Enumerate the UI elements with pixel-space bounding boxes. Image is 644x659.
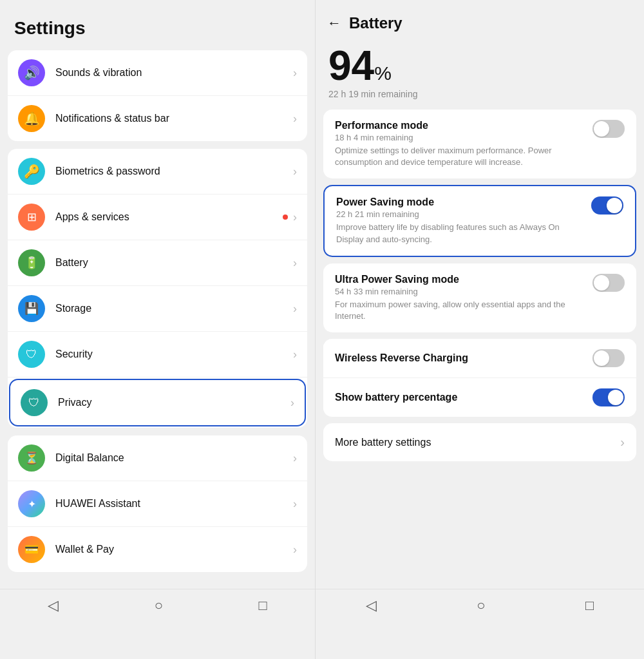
back-button[interactable]: ← bbox=[327, 15, 341, 32]
wireless-reverse-charging-toggle-thumb bbox=[594, 350, 609, 366]
sidebar-item-digital-balance[interactable]: ⏳ Digital Balance › bbox=[8, 435, 307, 481]
ultra-power-saving-row: Ultra Power Saving mode 54 h 33 min rema… bbox=[335, 274, 625, 322]
battery-header: ← Battery bbox=[316, 0, 644, 39]
sounds-icon: 🔊 bbox=[18, 59, 45, 86]
right-nav-back[interactable]: ◁ bbox=[366, 597, 377, 614]
battery-percentage: 94% bbox=[328, 45, 631, 86]
sidebar-item-wallet-pay[interactable]: 💳 Wallet & Pay › bbox=[8, 527, 307, 572]
apps-label: Apps & services bbox=[55, 211, 279, 223]
sidebar-item-privacy[interactable]: 🛡 Privacy › bbox=[9, 379, 306, 426]
chevron-icon: › bbox=[293, 452, 297, 465]
performance-mode-card[interactable]: Performance mode 18 h 4 min remaining Op… bbox=[323, 110, 636, 178]
ultra-power-saving-toggle-thumb bbox=[594, 275, 609, 291]
ultra-power-saving-toggle[interactable] bbox=[592, 274, 625, 292]
digital-balance-icon: ⏳ bbox=[18, 444, 45, 472]
battery-title: Battery bbox=[349, 14, 402, 32]
chevron-icon: › bbox=[293, 66, 297, 80]
power-saving-mode-toggle-wrap bbox=[591, 196, 623, 215]
left-panel: Settings 🔊 Sounds & vibration › 🔔 Notifi… bbox=[0, 0, 316, 659]
right-nav-recent[interactable]: □ bbox=[585, 597, 594, 614]
security-icon: 🛡 bbox=[18, 341, 45, 368]
huawei-assistant-label: HUAWEI Assistant bbox=[55, 498, 293, 510]
power-saving-mode-text: Power Saving mode 22 h 21 min remaining … bbox=[336, 196, 583, 245]
show-battery-percentage-label: Show battery percentage bbox=[335, 392, 457, 403]
ultra-power-saving-toggle-wrap bbox=[592, 274, 625, 292]
power-saving-mode-desc: Improve battery life by disabling featur… bbox=[336, 222, 583, 245]
sidebar-item-storage[interactable]: 💾 Storage › bbox=[8, 286, 307, 332]
battery-remaining-text: 22 h 19 min remaining bbox=[328, 89, 631, 99]
chevron-icon: › bbox=[293, 348, 297, 361]
apps-notification-dot bbox=[283, 215, 288, 220]
wallet-pay-icon: 💳 bbox=[18, 536, 45, 563]
battery-number: 94 bbox=[328, 43, 374, 89]
wallet-pay-label: Wallet & Pay bbox=[55, 544, 293, 555]
battery-pct-symbol: % bbox=[374, 62, 392, 84]
sidebar-item-security[interactable]: 🛡 Security › bbox=[8, 332, 307, 377]
chevron-icon: › bbox=[293, 211, 297, 224]
wireless-reverse-charging-label: Wireless Reverse Charging bbox=[335, 352, 468, 364]
chevron-icon: › bbox=[293, 543, 297, 557]
biometrics-label: Biometrics & password bbox=[55, 166, 293, 177]
show-battery-percentage-toggle[interactable] bbox=[592, 388, 625, 406]
power-saving-mode-card[interactable]: Power Saving mode 22 h 21 min remaining … bbox=[323, 185, 636, 256]
biometrics-icon: 🔑 bbox=[18, 158, 45, 185]
power-saving-mode-subtitle: 22 h 21 min remaining bbox=[336, 209, 583, 219]
performance-mode-toggle-wrap bbox=[592, 120, 625, 138]
battery-icon: 🔋 bbox=[18, 249, 45, 276]
settings-group-1: 🔊 Sounds & vibration › 🔔 Notifications &… bbox=[8, 50, 307, 141]
sidebar-item-huawei-assistant[interactable]: ✦ HUAWEI Assistant › bbox=[8, 481, 307, 527]
performance-mode-text: Performance mode 18 h 4 min remaining Op… bbox=[335, 120, 585, 168]
wireless-reverse-charging-toggle[interactable] bbox=[592, 349, 625, 367]
left-nav-bar: ◁ ○ □ bbox=[0, 589, 315, 620]
performance-mode-subtitle: 18 h 4 min remaining bbox=[335, 133, 585, 142]
settings-group-2: 🔑 Biometrics & password › ⊞ Apps & servi… bbox=[8, 149, 307, 428]
sounds-label: Sounds & vibration bbox=[55, 67, 293, 79]
ultra-power-saving-text: Ultra Power Saving mode 54 h 33 min rema… bbox=[335, 274, 585, 322]
chevron-icon: › bbox=[293, 497, 297, 511]
privacy-label: Privacy bbox=[58, 397, 290, 408]
sidebar-item-apps[interactable]: ⊞ Apps & services › bbox=[8, 195, 307, 240]
right-nav-bar: ◁ ○ □ bbox=[316, 589, 644, 620]
apps-icon: ⊞ bbox=[18, 204, 45, 231]
power-saving-mode-toggle-thumb bbox=[607, 198, 622, 213]
power-saving-mode-title: Power Saving mode bbox=[336, 196, 583, 208]
huawei-assistant-icon: ✦ bbox=[18, 490, 45, 517]
left-nav-back[interactable]: ◁ bbox=[48, 597, 59, 614]
notifications-icon: 🔔 bbox=[18, 105, 45, 132]
ultra-power-saving-subtitle: 54 h 33 min remaining bbox=[335, 287, 585, 296]
chevron-icon: › bbox=[293, 165, 297, 178]
show-battery-percentage-item[interactable]: Show battery percentage bbox=[323, 378, 636, 417]
simple-items-group: Wireless Reverse Charging Show battery p… bbox=[323, 339, 636, 417]
performance-mode-toggle-thumb bbox=[594, 121, 609, 137]
left-nav-home[interactable]: ○ bbox=[155, 597, 163, 614]
wireless-reverse-charging-item[interactable]: Wireless Reverse Charging bbox=[323, 339, 636, 378]
battery-percent-display: 94% 22 h 19 min remaining bbox=[316, 39, 644, 110]
sidebar-item-battery[interactable]: 🔋 Battery › bbox=[8, 240, 307, 286]
chevron-icon: › bbox=[293, 302, 297, 316]
performance-mode-title: Performance mode bbox=[335, 120, 585, 131]
notifications-label: Notifications & status bar bbox=[55, 113, 293, 124]
security-label: Security bbox=[55, 349, 293, 360]
settings-title: Settings bbox=[0, 0, 315, 50]
chevron-icon: › bbox=[293, 112, 297, 126]
chevron-icon: › bbox=[293, 256, 297, 270]
digital-balance-label: Digital Balance bbox=[55, 452, 293, 464]
sidebar-item-notifications[interactable]: 🔔 Notifications & status bar › bbox=[8, 96, 307, 141]
more-battery-settings-item[interactable]: More battery settings › bbox=[323, 423, 636, 461]
more-battery-settings-chevron: › bbox=[620, 435, 625, 450]
right-nav-home[interactable]: ○ bbox=[477, 597, 485, 614]
show-battery-percentage-toggle-thumb bbox=[608, 390, 623, 405]
ultra-power-saving-card[interactable]: Ultra Power Saving mode 54 h 33 min rema… bbox=[323, 263, 636, 332]
ultra-power-saving-title: Ultra Power Saving mode bbox=[335, 274, 585, 285]
privacy-icon: 🛡 bbox=[21, 389, 48, 416]
storage-icon: 💾 bbox=[18, 295, 45, 322]
sidebar-item-sounds[interactable]: 🔊 Sounds & vibration › bbox=[8, 50, 307, 96]
power-saving-mode-toggle[interactable] bbox=[591, 196, 623, 215]
storage-label: Storage bbox=[55, 303, 293, 314]
sidebar-item-biometrics[interactable]: 🔑 Biometrics & password › bbox=[8, 149, 307, 195]
left-nav-recent[interactable]: □ bbox=[258, 597, 267, 614]
ultra-power-saving-desc: For maximum power saving, allow only ess… bbox=[335, 299, 585, 322]
settings-group-3: ⏳ Digital Balance › ✦ HUAWEI Assistant ›… bbox=[8, 435, 307, 572]
power-saving-mode-row: Power Saving mode 22 h 21 min remaining … bbox=[336, 196, 623, 245]
performance-mode-toggle[interactable] bbox=[592, 120, 625, 138]
